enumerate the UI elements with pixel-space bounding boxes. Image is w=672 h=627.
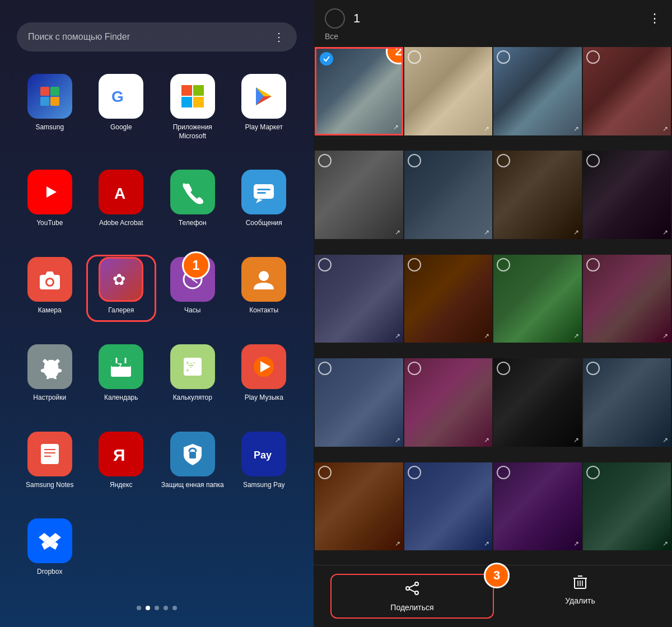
photo-select-11[interactable] <box>497 258 510 272</box>
svg-text:✿: ✿ <box>113 271 125 288</box>
expand-icon-11: ↗ <box>573 332 579 340</box>
app-camera[interactable]: Камера <box>17 257 83 333</box>
app-adobe[interactable]: A Adobe Acrobat <box>88 170 155 246</box>
yandex-icon: Я <box>99 432 143 476</box>
svg-marker-16 <box>256 199 263 203</box>
photo-select-5[interactable] <box>318 154 332 167</box>
photo-cell-19[interactable]: ↗ <box>493 462 582 551</box>
phone-icon <box>170 170 215 214</box>
photo-cell-2[interactable]: ↗ <box>404 47 493 135</box>
search-menu-icon[interactable]: ⋮ <box>273 30 286 44</box>
photo-cell-4[interactable]: ↗ <box>583 47 671 135</box>
photo-select-16[interactable] <box>586 362 600 375</box>
photo-select-14[interactable] <box>408 362 421 375</box>
app-playmusic[interactable]: Play Музыка <box>231 344 297 420</box>
photo-cell-15[interactable]: ↗ <box>493 358 582 447</box>
youtube-icon <box>27 170 72 214</box>
gallery-header: 1 ⋮ <box>314 0 672 31</box>
photo-cell-20[interactable]: ↗ <box>583 462 671 551</box>
photo-select-10[interactable] <box>408 258 421 272</box>
svg-rect-3 <box>50 97 59 106</box>
photo-cell-16[interactable]: ↗ <box>583 358 671 447</box>
photo-cell-17[interactable]: ↗ <box>315 462 403 551</box>
playmarket-icon <box>241 74 286 119</box>
photo-select-2[interactable] <box>408 50 421 64</box>
calculator-label: Калькулятор <box>173 394 212 403</box>
photo-select-6[interactable] <box>408 154 421 167</box>
photo-select-19[interactable] <box>497 466 510 479</box>
app-yandex[interactable]: Я Яндекс <box>88 432 155 508</box>
expand-icon-13: ↗ <box>395 436 400 444</box>
delete-button[interactable]: Удалить <box>505 574 655 619</box>
photo-cell-10[interactable]: ↗ <box>404 255 493 343</box>
expand-icon-1: ↗ <box>393 123 399 131</box>
photo-select-13[interactable] <box>318 362 332 375</box>
app-microsoft[interactable]: Приложения Microsoft <box>160 74 226 158</box>
app-youtube[interactable]: YouTube <box>17 170 83 246</box>
photo-cell-18[interactable]: ↗ <box>404 462 493 551</box>
app-calendar[interactable]: 7 Календарь <box>88 344 155 420</box>
photo-cell-11[interactable]: ↗ <box>493 255 582 343</box>
photo-select-3[interactable] <box>497 50 510 64</box>
app-samsungpay[interactable]: Pay Samsung Pay <box>231 432 297 508</box>
svg-marker-20 <box>45 272 54 275</box>
samsungpay-label: Samsung Pay <box>243 481 285 490</box>
svg-point-22 <box>47 279 53 285</box>
photo-select-20[interactable] <box>586 466 600 479</box>
share-button[interactable]: Поделиться 3 <box>330 574 494 619</box>
app-protect[interactable]: Защищ енная папка <box>160 432 226 508</box>
photo-select-15[interactable] <box>497 362 510 375</box>
search-bar[interactable]: Поиск с помощью Finder ⋮ <box>17 22 297 52</box>
expand-icon-3: ↗ <box>573 125 579 133</box>
photo-cell-8[interactable]: ↗ <box>583 151 671 239</box>
photo-select-7[interactable] <box>497 154 510 167</box>
app-google[interactable]: G Google <box>88 74 155 158</box>
app-notes[interactable]: Samsung Notes <box>17 432 83 508</box>
svg-text:×: × <box>186 360 189 366</box>
svg-rect-46 <box>189 452 196 458</box>
notes-icon <box>27 432 72 476</box>
expand-icon-4: ↗ <box>662 125 668 133</box>
photo-cell-6[interactable]: ↗ <box>404 151 493 239</box>
app-phone[interactable]: Телефон <box>160 170 226 246</box>
photo-select-4[interactable] <box>586 50 600 64</box>
svg-line-56 <box>409 584 416 587</box>
photo-cell-7[interactable]: ↗ <box>493 151 582 239</box>
playmusic-label: Play Музыка <box>245 394 283 403</box>
yandex-label: Яндекс <box>110 481 132 490</box>
expand-icon-7: ↗ <box>573 228 579 236</box>
app-calculator[interactable]: ÷ × − + Калькулятор <box>160 344 226 420</box>
app-samsung[interactable]: Samsung <box>17 74 83 158</box>
svg-text:A: A <box>114 185 125 202</box>
photo-select-18[interactable] <box>408 466 421 479</box>
photo-cell-3[interactable]: ↗ <box>493 47 582 135</box>
svg-text:G: G <box>111 88 124 105</box>
photo-cell-5[interactable]: ↗ <box>315 151 403 239</box>
svg-line-57 <box>409 589 416 592</box>
gallery-menu-icon[interactable]: ⋮ <box>648 11 661 26</box>
app-settings[interactable]: Настройки <box>17 344 83 420</box>
app-playmarket[interactable]: Play Маркет <box>231 74 297 158</box>
photo-cell-14[interactable]: ↗ <box>404 358 493 447</box>
photo-select-8[interactable] <box>586 154 600 167</box>
google-label: Google <box>110 123 132 132</box>
photo-cell-13[interactable]: ↗ <box>315 358 403 447</box>
selected-count: 1 <box>353 11 640 26</box>
adobe-label: Adobe Acrobat <box>99 219 143 228</box>
select-all-circle[interactable] <box>325 8 345 29</box>
calculator-icon: ÷ × − + <box>170 344 215 389</box>
photo-select-9[interactable] <box>318 258 332 272</box>
step2-badge: 2 <box>386 47 403 64</box>
expand-icon-18: ↗ <box>484 540 489 548</box>
photo-select-12[interactable] <box>586 258 600 272</box>
photo-cell-1[interactable]: ↗ 2 <box>315 47 403 135</box>
photo-cell-12[interactable]: ↗ <box>583 255 671 343</box>
notes-label: Samsung Notes <box>26 481 73 490</box>
photo-select-17[interactable] <box>318 466 332 479</box>
photo-select-1[interactable] <box>320 52 333 65</box>
app-contacts[interactable]: Контакты <box>231 257 297 333</box>
photo-cell-9[interactable]: ↗ <box>315 255 403 343</box>
app-dropbox[interactable]: Dropbox <box>17 518 83 595</box>
app-sms[interactable]: Сообщения <box>231 170 297 246</box>
app-gallery[interactable]: ✿ Галерея 1 <box>88 257 155 333</box>
